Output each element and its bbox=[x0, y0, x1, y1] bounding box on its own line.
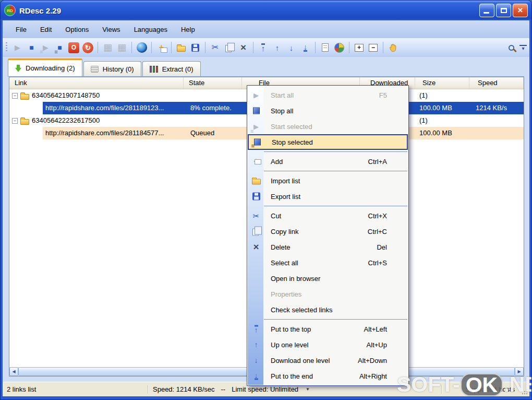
menu-item-label: Start selected bbox=[271, 123, 312, 131]
column-header-size[interactable]: Size bbox=[415, 77, 469, 89]
watermark: SOFT-OK.NET bbox=[397, 372, 532, 397]
scheduler-2-button[interactable]: ▦ bbox=[115, 41, 129, 54]
menu-item-label: Put to the end bbox=[271, 372, 313, 380]
menu-help[interactable]: Help bbox=[174, 23, 202, 36]
state-cell bbox=[184, 89, 242, 102]
copy-button[interactable] bbox=[222, 41, 236, 54]
down-one-level-button[interactable]: ↓ bbox=[284, 41, 298, 54]
toolbar-grip[interactable] bbox=[6, 42, 7, 53]
stop-button[interactable]: ■ bbox=[25, 41, 39, 54]
menu-options[interactable]: Options bbox=[58, 23, 95, 36]
folder-icon bbox=[20, 94, 29, 100]
menu-views[interactable]: Views bbox=[95, 23, 127, 36]
menu-item-label: Properties bbox=[271, 290, 301, 298]
restart-button[interactable]: ↻ bbox=[81, 41, 95, 54]
menu-item-check-selected-links[interactable]: Check selected links bbox=[248, 302, 408, 317]
cut-button[interactable]: ✂ bbox=[208, 41, 222, 54]
delete-button[interactable]: × bbox=[236, 41, 250, 54]
menu-item-label: Open in browser bbox=[271, 275, 320, 283]
menu-item-delete[interactable]: × Delete Del bbox=[248, 239, 408, 255]
speed-cell bbox=[469, 89, 524, 102]
open-folder-icon bbox=[252, 179, 261, 185]
size-cell: 100.00 MB bbox=[415, 127, 469, 139]
collapse-all-button[interactable]: − bbox=[366, 41, 380, 54]
arrow-to-top-icon: ↑ bbox=[255, 325, 258, 333]
scheduler-button[interactable]: ▦ bbox=[101, 41, 115, 54]
history-icon bbox=[91, 66, 99, 73]
menu-item-cut[interactable]: ✂ Cut Ctrl+X bbox=[248, 208, 408, 223]
menu-item-shortcut: Del bbox=[377, 243, 387, 251]
start-selected-button[interactable]: ▶ bbox=[39, 41, 53, 54]
menu-item-export-list[interactable]: Export list bbox=[248, 189, 408, 204]
menu-item-start-all[interactable]: ▶ Start all F5 bbox=[248, 87, 408, 103]
tab-downloading[interactable]: Downloading (2) bbox=[8, 58, 82, 76]
browser-button[interactable] bbox=[135, 41, 149, 54]
stop-icon: ■ bbox=[29, 44, 33, 51]
tab-history[interactable]: History (0) bbox=[83, 61, 141, 76]
add-button[interactable]: + bbox=[154, 41, 168, 54]
menu-item-import-list[interactable]: Import list bbox=[248, 173, 408, 189]
statistics-button[interactable] bbox=[332, 41, 346, 54]
menu-item-put-to-the-end[interactable]: ↓ Put to the end Alt+Right bbox=[248, 368, 408, 384]
stop-selected-button[interactable]: ■ bbox=[53, 41, 67, 54]
menu-item-start-selected[interactable]: ▶ Start selected bbox=[248, 119, 408, 134]
menu-item-put-to-top[interactable]: ↑ Put to the top Alt+Left bbox=[248, 321, 408, 337]
minus-box-icon: − bbox=[369, 44, 378, 52]
restart-icon: ↻ bbox=[82, 42, 93, 53]
menu-item-download-one-level[interactable]: ↓ Download one level Alt+Down bbox=[248, 352, 408, 368]
menu-item-up-one-level[interactable]: ↑ Up one level Alt+Up bbox=[248, 337, 408, 352]
toolbar-options-button[interactable]: ▾ bbox=[519, 45, 527, 51]
menu-item-stop-selected[interactable]: Stop selected bbox=[248, 134, 408, 150]
extract-icon bbox=[150, 66, 158, 73]
properties-button[interactable] bbox=[318, 41, 332, 54]
tab-extract[interactable]: Extract (0) bbox=[142, 61, 201, 76]
speed-cell bbox=[469, 127, 524, 139]
start-button[interactable]: ▶ bbox=[10, 41, 25, 54]
menu-item-add[interactable]: + Add Ctrl+A bbox=[248, 154, 408, 169]
put-to-top-button[interactable]: ↑ bbox=[256, 41, 270, 54]
status-speed: Speed: 1214 KB/sec bbox=[153, 385, 215, 393]
status-links-count: 2 links list bbox=[7, 385, 36, 393]
expand-all-button[interactable]: + bbox=[352, 41, 366, 54]
toolbar-separator bbox=[171, 42, 172, 53]
import-list-button[interactable] bbox=[174, 41, 188, 54]
tree-collapse-button[interactable]: − bbox=[12, 93, 18, 99]
hand-icon bbox=[389, 43, 398, 52]
menu-item-label: Cut bbox=[271, 212, 281, 220]
menu-separator bbox=[264, 319, 407, 320]
menu-item-open-in-browser[interactable]: Open in browser bbox=[248, 270, 408, 286]
power-stop-button[interactable]: O bbox=[67, 41, 81, 54]
arrow-to-end-icon: ↓ bbox=[255, 372, 258, 380]
stop-all-icon bbox=[253, 108, 260, 114]
limit-speed-dropdown-icon[interactable]: ▼ bbox=[306, 387, 310, 392]
hand-button[interactable] bbox=[386, 41, 400, 54]
menu-languages[interactable]: Languages bbox=[127, 23, 174, 36]
menu-item-select-all[interactable]: Select all Ctrl+S bbox=[248, 255, 408, 270]
column-header-link[interactable]: Link bbox=[9, 77, 184, 89]
menu-item-label: Select all bbox=[271, 259, 298, 267]
window-controls: × bbox=[479, 4, 528, 17]
menu-item-copy-link[interactable]: Copy link Ctrl+C bbox=[248, 223, 408, 239]
size-cell: (1) bbox=[415, 114, 469, 127]
start-selected-icon: ▶ bbox=[43, 44, 49, 51]
column-header-speed[interactable]: Speed bbox=[469, 77, 524, 89]
arrow-to-end-icon: ↓ bbox=[304, 43, 308, 52]
menu-edit[interactable]: Edit bbox=[33, 23, 58, 36]
put-to-end-button[interactable]: ↓ bbox=[298, 41, 312, 54]
menu-item-properties[interactable]: Properties bbox=[248, 286, 408, 302]
search-button[interactable] bbox=[504, 41, 518, 54]
scroll-left-button[interactable]: ◀ bbox=[9, 367, 18, 376]
column-header-state[interactable]: State bbox=[184, 77, 242, 89]
watermark-pill: OK bbox=[461, 373, 503, 396]
maximize-button[interactable] bbox=[496, 4, 511, 17]
export-list-button[interactable] bbox=[188, 41, 202, 54]
close-button[interactable]: × bbox=[513, 4, 528, 17]
toolbar-separator bbox=[315, 42, 316, 53]
up-one-level-button[interactable]: ↑ bbox=[270, 41, 284, 54]
save-icon bbox=[191, 44, 199, 52]
menu-item-stop-all[interactable]: Stop all bbox=[248, 103, 408, 119]
menu-file[interactable]: File bbox=[9, 23, 33, 36]
minimize-button[interactable] bbox=[479, 4, 494, 17]
tree-collapse-button[interactable]: − bbox=[12, 118, 18, 124]
status-limit-speed[interactable]: Limit speed: Unlimited bbox=[232, 385, 298, 393]
